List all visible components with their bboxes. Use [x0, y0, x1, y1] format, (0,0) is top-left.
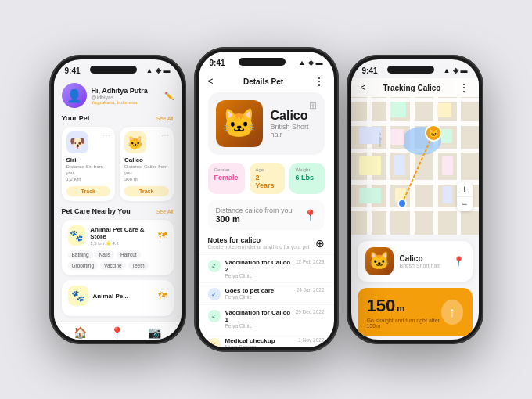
tracking-map: 🐱 SEVENTH AVENUE Orange Dr < Tracking Ca… — [351, 78, 479, 235]
note-item-2: ✓ Goes to pet care Petya Clinic 24 Jan 2… — [199, 282, 334, 304]
zoom-in-button[interactable]: + — [457, 182, 473, 196]
dynamic-island-3 — [387, 66, 434, 74]
pet-stats: Gender Female Age 2 Years Weight 6 Lbs — [199, 163, 334, 194]
note-title-1: Vaccination for Calico 2 — [225, 259, 291, 273]
add-note-button[interactable]: ⊕ — [315, 237, 325, 250]
nav-distance-info: 150 m Go straight and turn right after 1… — [367, 296, 442, 329]
zoom-out-button[interactable]: − — [457, 197, 473, 211]
note-content-1: Vaccination for Calico 2 Petya Clinic — [225, 259, 291, 279]
siri-track-button[interactable]: Track — [66, 186, 111, 196]
gender-label: Gender — [214, 167, 239, 172]
pet-info: Calico British Short hair — [271, 109, 317, 138]
phone-details: 9:41 ▲ ◈ ▬ < Details Pet ⋮ 🐱 Calico B — [194, 47, 339, 352]
note-date-3: 29 Dec 2022 — [296, 309, 325, 315]
user-location: Yogyakarta, Indonesia — [92, 100, 164, 105]
home-content: 👤 Hi, Adhitya Putra @idhiyas Yogyakarta,… — [54, 78, 182, 321]
age-label: Age — [256, 167, 279, 172]
store-tags-1: Bathing Nails Haircut Grooming Vaccine T… — [68, 250, 167, 270]
wifi-icon-2: ◈ — [308, 59, 314, 66]
gender-stat: Gender Female — [208, 163, 245, 194]
home-header: 👤 Hi, Adhitya Putra @idhiyas Yogyakarta,… — [62, 83, 174, 108]
note-title-4: Medical checkup — [225, 337, 275, 344]
svg-rect-19 — [442, 156, 453, 175]
tag-grooming[interactable]: Grooming — [68, 261, 99, 270]
nearby-section-header: Pet Care Nearby You See All — [62, 207, 174, 215]
nav-home[interactable]: 🏠 — [74, 326, 87, 339]
your-pet-title: Your Pet — [62, 114, 90, 122]
pet-distance: Distance calico from you 300 m 📍 — [208, 200, 325, 230]
nearby-card-1: 🐾 Animal Pet Care & Store 1,5 km ⭐ 4.2 🗺… — [62, 220, 174, 275]
note-item-4: ✓ Medical checkup Muya Petcare 1 Nov 202… — [199, 332, 334, 347]
details-back-button[interactable]: < — [208, 76, 214, 87]
note-clinic-1: Petya Clinic — [225, 273, 291, 279]
pet-hero: 🐱 Calico British Short hair ⊞ — [208, 92, 325, 155]
siri-distance: Distance Siri from you1,2 Km — [66, 164, 111, 182]
pet-see-all[interactable]: See All — [156, 116, 174, 121]
location-icon[interactable]: 📍 — [304, 209, 317, 221]
tracking-pet-breed: British Short hair — [400, 263, 440, 268]
note-dot-4: ✓ — [208, 338, 221, 347]
calico-distance: Distance Calico from you300 m — [124, 164, 169, 182]
time-3: 9:41 — [362, 66, 378, 75]
nav-map[interactable]: 📍 — [110, 326, 124, 339]
nav-direction-arrow: ↑ — [441, 300, 462, 325]
bottom-nav-1: 🏠 📍 📷 — [54, 321, 182, 340]
wifi-icon: ◈ — [156, 66, 161, 74]
qr-icon[interactable]: ⊞ — [309, 100, 317, 111]
calico-menu-icon[interactable]: ⋯ — [161, 131, 169, 140]
siri-avatar: 🐶 — [66, 131, 88, 153]
calico-track-button[interactable]: Track — [124, 186, 169, 196]
store-map-icon-2[interactable]: 🗺 — [158, 290, 167, 301]
svg-rect-6 — [351, 98, 479, 102]
tag-vaccine[interactable]: Vaccine — [100, 261, 126, 270]
siri-menu-icon[interactable]: ⋯ — [102, 131, 110, 140]
nearby-title: Pet Care Nearby You — [62, 207, 131, 215]
svg-point-24 — [398, 200, 406, 207]
svg-rect-15 — [390, 129, 404, 145]
tag-teeth[interactable]: Teeth — [128, 261, 149, 270]
svg-rect-20 — [359, 188, 381, 203]
phone-tracking: 9:41 ▲ ◈ ▬ — [347, 55, 483, 344]
signal-icon-2: ▲ — [299, 59, 306, 66]
tag-haircut[interactable]: Haircut — [117, 250, 141, 259]
tracking-more-button[interactable]: ⋮ — [458, 81, 469, 94]
note-clinic-4: Muya Petcare — [225, 344, 275, 347]
tracking-back-button[interactable]: < — [361, 82, 366, 93]
tracking-cat-thumb: 🐱 — [365, 247, 394, 275]
your-pet-section-header: Your Pet See All — [62, 114, 174, 122]
details-header: < Details Pet ⋮ — [199, 70, 334, 92]
username: @idhiyas — [92, 95, 164, 100]
wifi-icon-3: ◈ — [453, 66, 458, 74]
age-value: 2 Years — [256, 174, 279, 189]
user-avatar: 👤 — [62, 83, 87, 108]
tag-nails[interactable]: Nails — [95, 250, 114, 259]
store-icon-1: 🐾 — [68, 225, 86, 246]
notes-title: Notes for calico — [208, 236, 310, 244]
weight-stat: Weight 6 Lbs — [289, 163, 325, 194]
tracking-pet-info: Calico British Short hair — [400, 254, 440, 268]
store-name-2: Animal Pe... — [93, 293, 128, 300]
store-icon-2: 🐾 — [68, 286, 88, 306]
note-dot-1: ✓ — [208, 260, 221, 272]
note-date-1: 12 Feb 2023 — [296, 259, 325, 264]
store-map-icon-1[interactable]: 🗺 — [158, 230, 167, 241]
dynamic-island-2 — [239, 58, 286, 66]
edit-icon[interactable]: ✏️ — [164, 92, 174, 100]
note-dot-2: ✓ — [208, 288, 221, 300]
store-info-1: Animal Pet Care & Store 1,5 km ⭐ 4.2 — [90, 226, 153, 246]
note-clinic-2: Petya Clinic — [225, 294, 275, 300]
tracking-loc-icon[interactable]: 📍 — [453, 256, 465, 267]
note-title-3: Vaccination for Calico 1 — [225, 309, 291, 323]
details-more-button[interactable]: ⋮ — [314, 75, 325, 88]
notes-header-text: Notes for calico Create note/reminder or… — [208, 236, 310, 250]
tag-bathing[interactable]: Bathing — [68, 250, 93, 259]
battery-icon-2: ▬ — [316, 59, 323, 66]
dynamic-island-1 — [90, 66, 137, 74]
nearby-see-all[interactable]: See All — [156, 209, 174, 214]
note-content-3: Vaccination for Calico 1 Petya Clinic — [225, 309, 291, 329]
nav-camera[interactable]: 📷 — [148, 326, 161, 339]
nav-distance-value: 150 — [367, 296, 396, 316]
note-clinic-3: Petya Clinic — [225, 323, 291, 329]
pet-image: 🐱 — [216, 100, 263, 147]
greeting-text: Hi, Adhitya Putra — [92, 87, 164, 95]
